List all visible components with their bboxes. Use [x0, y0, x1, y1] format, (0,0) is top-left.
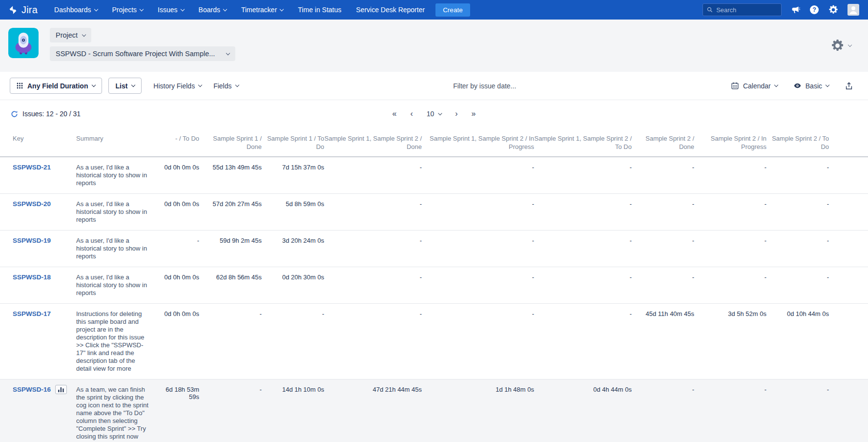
search-icon	[707, 6, 713, 13]
summary-cell: Instructions for deleting this sample bo…	[76, 304, 154, 379]
issue-key-link[interactable]: SSPWSD-17	[13, 310, 51, 317]
project-select-button[interactable]: SSPWSD - Scrum Software Project With Sam…	[50, 46, 235, 61]
calendar-button[interactable]: Calendar	[731, 82, 778, 90]
duration-cell: 3d 5h 52m 0s	[694, 304, 766, 379]
chevron-down-icon	[848, 43, 852, 47]
duration-cell: -	[766, 157, 829, 194]
fields-button[interactable]: Fields	[213, 82, 238, 90]
help-icon[interactable]: ?	[809, 5, 819, 15]
report-settings-button[interactable]	[831, 39, 851, 52]
duration-cell: -	[694, 379, 766, 442]
duration-cell: -	[632, 194, 694, 231]
summary-cell: As a user, I'd like a historical story t…	[76, 231, 154, 267]
pagination-prev-button[interactable]: ‹	[410, 109, 413, 118]
duration-cell: -	[694, 267, 766, 304]
issue-key-link[interactable]: SSPWSD-19	[13, 237, 51, 244]
duration-cell: -	[534, 304, 632, 379]
history-fields-button[interactable]: History Fields	[153, 82, 202, 90]
table-header-row: KeySummary- / To DoSample Sprint 1 / Don…	[0, 127, 868, 157]
create-button[interactable]: Create	[435, 3, 470, 17]
duration-cell: -	[199, 304, 262, 379]
pagination-last-button[interactable]: »	[472, 109, 476, 118]
duration-cell: 45d 11h 40m 45s	[632, 304, 694, 379]
results-bar: Issues: 12 - 20 / 31 « ‹ 10 › »	[0, 100, 868, 127]
issue-key-link[interactable]: SSPWSD-16	[13, 386, 51, 393]
nav-item-dashboards[interactable]: Dashboards	[54, 6, 98, 14]
duration-cell: -	[632, 157, 694, 194]
duration-cell: -	[534, 194, 632, 231]
nav-right: ?	[703, 3, 859, 16]
column-header: Sample Sprint 1, Sample Sprint 2 / Done	[324, 127, 422, 157]
nav-item-boards[interactable]: Boards	[199, 6, 227, 14]
nav-item-timetracker[interactable]: Timetracker	[241, 6, 283, 14]
settings-gear-icon[interactable]	[828, 5, 838, 15]
nav-item-time-in-status[interactable]: Time in Status	[298, 6, 341, 14]
duration-cell: -	[766, 194, 829, 231]
jira-logo[interactable]: Jira	[8, 4, 38, 16]
chevron-down-icon	[198, 83, 202, 87]
duration-cell: -	[534, 267, 632, 304]
issue-date-filter[interactable]: Filter by issue date...	[239, 82, 731, 90]
chart-button[interactable]	[55, 385, 67, 394]
duration-cell: 0d 0h 0m 0s	[154, 304, 199, 379]
history-fields-label: History Fields	[153, 82, 195, 90]
filter-toolbar: Any Field Duration List History Fields F…	[0, 72, 868, 100]
duration-cell: -	[766, 231, 829, 267]
export-button[interactable]	[845, 82, 853, 90]
search-input[interactable]	[716, 6, 777, 14]
announcements-icon[interactable]	[791, 5, 800, 15]
project-avatar[interactable]	[8, 28, 39, 58]
table-row: SSPWSD-19As a user, I'd like a historica…	[0, 231, 868, 267]
user-avatar[interactable]	[847, 4, 859, 16]
scope-select-button[interactable]: Project	[50, 28, 91, 42]
duration-cell: -	[199, 379, 262, 442]
duration-cell: -	[694, 231, 766, 267]
summary-cell: As a user, I'd like a historical story t…	[76, 157, 154, 194]
field-duration-button[interactable]: Any Field Duration	[10, 78, 102, 94]
nav-item-service-desk-reporter[interactable]: Service Desk Reporter	[356, 6, 425, 14]
project-header: Project SSPWSD - Scrum Software Project …	[0, 20, 868, 72]
duration-cell: 59d 9h 2m 45s	[199, 231, 262, 267]
duration-cell: -	[534, 157, 632, 194]
chevron-down-icon	[140, 7, 144, 11]
refresh-button[interactable]	[11, 110, 18, 118]
chevron-down-icon	[438, 111, 442, 115]
calendar-icon	[731, 82, 739, 90]
duration-cell: -	[324, 267, 422, 304]
summary-cell: As a team, we can finish the sprint by c…	[76, 379, 154, 442]
duration-cell: -	[766, 379, 829, 442]
fields-label: Fields	[213, 82, 231, 90]
column-header: Sample Sprint 1 / Done	[199, 127, 262, 157]
issue-key-link[interactable]: SSPWSD-21	[13, 164, 51, 171]
column-header: Key	[0, 127, 76, 157]
field-duration-label: Any Field Duration	[27, 82, 88, 90]
duration-cell: 6d 18h 53m 59s	[154, 379, 199, 442]
pagination-first-button[interactable]: «	[392, 109, 396, 118]
page-size-select[interactable]: 10	[427, 110, 442, 118]
chevron-down-icon	[226, 51, 230, 55]
project-select-label: SSPWSD - Scrum Software Project With Sam…	[56, 50, 215, 58]
chevron-down-icon	[223, 7, 227, 11]
issue-key-link[interactable]: SSPWSD-18	[13, 274, 51, 281]
issue-key-link[interactable]: SSPWSD-20	[13, 200, 51, 208]
svg-text:?: ?	[812, 6, 816, 13]
chevron-down-icon	[82, 32, 86, 36]
view-mode-button[interactable]: Basic	[793, 82, 829, 90]
export-icon	[845, 82, 853, 90]
pagination-next-button[interactable]: ›	[455, 109, 457, 118]
duration-cell: -	[534, 231, 632, 267]
duration-cell: -	[422, 304, 534, 379]
duration-cell: 7d 15h 37m 0s	[262, 157, 324, 194]
nav-item-issues[interactable]: Issues	[158, 6, 184, 14]
nav-item-projects[interactable]: Projects	[112, 6, 144, 14]
table-row: SSPWSD-17Instructions for deleting this …	[0, 304, 868, 379]
view-mode-label: Basic	[806, 82, 822, 90]
duration-cell: -	[324, 194, 422, 231]
table-row: SSPWSD-16As a team, we can finish the sp…	[0, 379, 868, 442]
view-type-button[interactable]: List	[108, 78, 142, 94]
table-body: SSPWSD-21As a user, I'd like a historica…	[0, 157, 868, 442]
table-row: SSPWSD-20As a user, I'd like a historica…	[0, 194, 868, 231]
duration-cell: -	[766, 267, 829, 304]
pagination: « ‹ 10 › »	[392, 109, 475, 118]
duration-cell: 62d 8h 56m 45s	[199, 267, 262, 304]
